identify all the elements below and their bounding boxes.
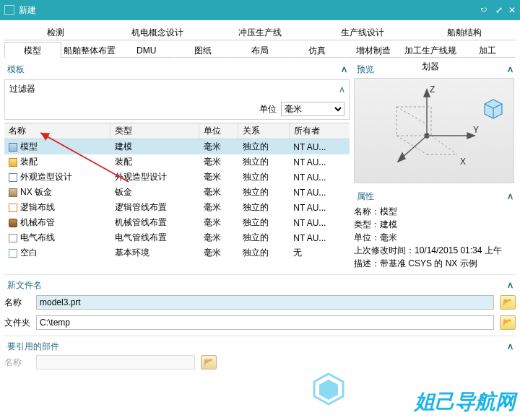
template-table: 名称类型单位关系所有者 模型建模毫米独立的NT AU...装配装配毫米独立的NT… [4, 123, 350, 261]
prop-mod-label: 上次修改时间： [354, 245, 415, 255]
unit-label: 单位 [259, 103, 277, 115]
tab-lower-0[interactable]: 模型 [4, 42, 61, 58]
tab-lower-6[interactable]: 增材制造 [345, 42, 402, 58]
cell-unit: 毫米 [199, 154, 238, 170]
cell-unit: 毫米 [199, 245, 238, 261]
cell-rel: 独立的 [238, 185, 289, 200]
watermark-text: 姐己导航网 [415, 388, 516, 416]
table-row[interactable]: 空白基本环境毫米独立的无 [4, 245, 350, 261]
collapse-icon[interactable]: ʌ [508, 341, 513, 351]
column-header[interactable]: 所有者 [289, 123, 350, 139]
maximize-icon[interactable]: ⤢ [495, 5, 503, 15]
cell-owner: NT AU... [289, 139, 350, 155]
section-template-title: 模板 [7, 64, 25, 76]
table-row[interactable]: NX 钣金钣金毫米独立的NT AU... [4, 185, 350, 200]
prop-name-label: 名称： [354, 206, 380, 216]
table-row[interactable]: 机械布管机械管线布置毫米独立的NT AU... [4, 215, 350, 230]
cell-rel: 独立的 [238, 139, 289, 155]
tab-lower-2[interactable]: DMU [118, 42, 175, 58]
cell-name: 模型 [4, 139, 110, 155]
tab-upper-2[interactable]: 冲压生产线 [209, 25, 311, 40]
tab-upper-3[interactable]: 生产线设计 [311, 25, 414, 40]
cell-type: 机械管线布置 [110, 215, 199, 230]
newfile-name-input[interactable] [36, 295, 494, 310]
cell-owner: NT AU... [289, 154, 350, 170]
tab-lower-1[interactable]: 船舶整体布置 [61, 42, 118, 58]
props-body: 名称：模型 类型：建模 单位：毫米 上次修改时间：10/14/2015 01:3… [354, 205, 516, 270]
tab-lower-5[interactable]: 仿真 [288, 42, 345, 58]
section-props-title: 属性 [357, 191, 374, 203]
svg-line-9 [396, 136, 427, 154]
column-header[interactable]: 关系 [238, 123, 289, 139]
prop-desc-value: 带基准 CSYS 的 NX 示例 [380, 258, 477, 268]
tab-bar-lower: 模型船舶整体布置DMU图纸布局仿真增材制造加工生产线规划器加工 [4, 42, 516, 58]
window-title: 新建 [19, 4, 36, 17]
collapse-icon[interactable]: ʌ [508, 64, 513, 74]
model-icon [9, 143, 17, 152]
collapse-icon[interactable]: ʌ [508, 280, 513, 290]
prop-mod-value: 10/14/2015 01:34 上午 [415, 245, 502, 255]
table-row[interactable]: 电气布线电气管线布置毫米独立的NT AU... [4, 230, 350, 245]
cell-unit: 毫米 [199, 215, 238, 230]
csys-preview-icon: Z Y X [362, 84, 506, 178]
cell-type: 建模 [110, 139, 199, 155]
cell-unit: 毫米 [199, 230, 238, 245]
svg-line-10 [431, 136, 457, 154]
tab-lower-3[interactable]: 图纸 [175, 42, 232, 58]
section-refpart-header: 要引用的部件 ʌ [4, 338, 516, 355]
cell-unit: 毫米 [199, 185, 238, 200]
svg-text:X: X [460, 157, 466, 167]
restore-icon[interactable]: ಲ [480, 5, 490, 15]
table-row[interactable]: 外观造型设计外观造型设计毫米独立的NT AU... [4, 170, 350, 185]
collapse-icon[interactable]: ʌ [339, 84, 344, 95]
app-icon [4, 5, 14, 15]
cell-rel: 独立的 [238, 170, 289, 185]
table-row[interactable]: 逻辑布线逻辑管线布置毫米独立的NT AU... [4, 200, 350, 215]
tab-upper-4[interactable]: 船舶结构 [413, 25, 516, 40]
cell-unit: 毫米 [199, 170, 238, 185]
svg-line-5 [401, 136, 427, 159]
tab-lower-7[interactable]: 加工生产线规划器 [402, 42, 459, 58]
mech-icon [9, 219, 17, 227]
cell-type: 钣金 [110, 185, 199, 200]
column-header[interactable]: 类型 [110, 123, 199, 139]
table-row[interactable]: 装配装配毫米独立的NT AU... [4, 154, 350, 170]
collapse-icon[interactable]: ʌ [508, 191, 513, 201]
cell-owner: NT AU... [289, 230, 350, 245]
prop-desc-label: 描述： [354, 258, 380, 268]
prop-name-value: 模型 [380, 206, 397, 216]
browse-folder-button[interactable]: 📂 [500, 315, 516, 330]
cell-name: 机械布管 [4, 215, 110, 230]
folder-icon: 📂 [503, 297, 514, 307]
cell-name: NX 钣金 [4, 185, 110, 200]
column-header[interactable]: 名称 [4, 123, 110, 139]
newfile-folder-input[interactable] [36, 315, 494, 330]
refpart-name-input [36, 355, 195, 369]
cell-owner: NT AU... [289, 185, 350, 200]
browse-name-button[interactable]: 📂 [500, 295, 516, 310]
section-template-header: 模板 ʌ [4, 61, 350, 78]
cell-rel: 独立的 [238, 245, 289, 261]
tab-lower-4[interactable]: 布局 [232, 42, 289, 58]
cell-rel: 独立的 [238, 154, 289, 170]
cell-owner: NT AU... [289, 200, 350, 215]
column-header[interactable]: 单位 [199, 123, 238, 139]
tab-lower-8[interactable]: 加工 [459, 42, 516, 58]
cell-unit: 毫米 [199, 200, 238, 215]
cell-name: 空白 [4, 245, 110, 261]
browse-refpart-button[interactable]: 📂 [201, 355, 217, 369]
refpart-name-label: 名称 [4, 356, 30, 369]
close-icon[interactable]: ✕ [508, 5, 516, 15]
prop-unit-label: 单位： [354, 232, 380, 242]
svg-marker-2 [424, 89, 430, 97]
tab-upper-0[interactable]: 检测 [4, 25, 107, 40]
cell-rel: 独立的 [238, 230, 289, 245]
unit-select[interactable]: 毫米 [281, 102, 344, 116]
shape-icon [9, 173, 17, 182]
section-preview-header: 预览 ʌ [354, 61, 516, 78]
svg-marker-6 [398, 153, 405, 162]
table-row[interactable]: 模型建模毫米独立的NT AU... [4, 139, 350, 155]
collapse-icon[interactable]: ʌ [342, 64, 347, 74]
cell-type: 装配 [110, 154, 199, 170]
tab-upper-1[interactable]: 机电概念设计 [107, 25, 209, 40]
